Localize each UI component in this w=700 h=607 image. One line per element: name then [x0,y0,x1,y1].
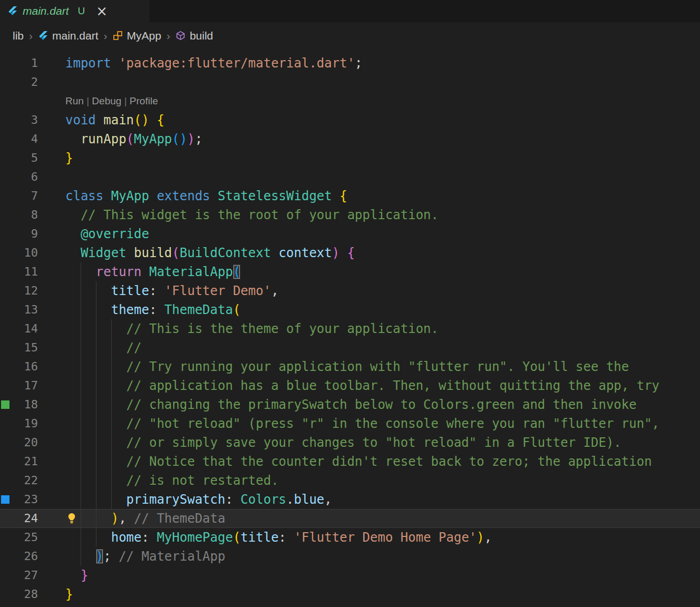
token: : [149,283,164,298]
code-line-content[interactable]: // This is the theme of your application… [38,319,700,338]
breadcrumb-separator: › [29,30,33,42]
code-line-content[interactable]: // or simply save your changes to "hot r… [38,433,700,452]
breadcrumb-item-build[interactable]: build [176,30,213,42]
code-line-content[interactable]: ); // MaterialApp [38,547,700,566]
lightbulb-icon[interactable] [66,513,77,524]
gutter [0,414,13,433]
token: ) [187,132,195,146]
code-line-content[interactable]: // Notice that the counter didn't reset … [38,452,700,471]
codelens-run[interactable]: Run [65,95,84,106]
token [149,113,157,128]
code-line-18: 18 // changing the primarySwatch below t… [0,395,700,414]
line-number: 23 [13,490,38,509]
breadcrumb: lib›main.dart›MyApp›build [0,22,700,50]
token: { [157,113,164,128]
tab-main-dart[interactable]: main.dart U × [0,0,150,22]
code-line-content[interactable]: // This widget is the root of your appli… [38,205,700,224]
code-line-content[interactable]: // application has a blue toolbar. Then,… [38,376,700,395]
code-line-content[interactable]: home: MyHomePage(title: 'Flutter Demo Ho… [38,528,700,547]
token: , [324,492,332,507]
code-line-content[interactable]: // Try running your application with "fl… [38,357,700,376]
code-line-content[interactable]: // is not restarted. [38,471,700,490]
line-number: 6 [13,168,38,187]
gutter [0,338,13,357]
gutter [0,376,13,395]
breadcrumb-item-lib[interactable]: lib [13,30,24,42]
indent-guide [81,262,81,281]
token: MyApp [134,132,172,146]
breadcrumb-item-MyApp[interactable]: MyApp [113,30,161,42]
code-line-content[interactable]: } [38,566,700,585]
breadcrumb-item-main-dart[interactable]: main.dart [38,30,99,42]
dart-icon [38,31,48,41]
code-line-content[interactable]: runApp(MyApp()); [38,130,700,149]
code-line-content[interactable]: } [38,149,700,168]
token: , [119,511,134,526]
gutter [0,300,13,319]
code-line-content[interactable]: @override [38,224,700,243]
code-line-content[interactable]: void main() { [38,111,700,130]
indent-guide [96,414,96,433]
token [65,132,81,146]
blue-color-decorator [1,495,9,504]
code-line-content[interactable] [38,73,700,92]
token: ) [111,511,119,526]
indent-guide [111,471,112,490]
gutter [0,471,13,490]
indent-guide [96,528,96,547]
breadcrumb-label: MyApp [127,30,161,42]
indent-guide [81,357,81,376]
code-line-content[interactable]: // changing the primarySwatch below to C… [38,395,700,414]
vscode-window: main.dart U × lib›main.dart›MyApp›build … [0,0,700,607]
code-line-content[interactable]: title: 'Flutter Demo', [38,281,700,300]
codelens-row: Run | Debug | Profile [0,92,700,111]
code-line-content[interactable]: } [38,585,700,604]
code-line-22: 22 // is not restarted. [0,471,700,490]
indent-guide [111,414,112,433]
token: home [111,530,142,545]
close-icon[interactable]: × [96,4,108,18]
codelens-profile[interactable]: Profile [130,95,158,106]
line-number: 11 [13,262,38,281]
indent-guide [81,395,81,414]
git-untracked-badge: U [78,5,85,17]
code-line-content[interactable]: // "hot reload" (press "r" in the consol… [38,414,700,433]
codelens-debug[interactable]: Debug [92,95,121,106]
code-line-content[interactable]: ), // ThemeData [38,509,700,528]
class-icon [113,31,123,41]
token: } [81,568,88,583]
code-line-content[interactable]: primarySwatch: Colors.blue, [38,490,700,509]
code-line-content[interactable]: import 'package:flutter/material.dart'; [38,54,700,73]
line-number: 10 [13,243,38,262]
indent-guide [81,471,81,490]
line-number: 1 [13,54,38,73]
token: Widget [81,246,127,260]
code-line-content[interactable]: Widget build(BuildContext context) { [38,243,700,262]
code-line-14: 14 // This is the theme of your applicat… [0,319,700,338]
breadcrumb-label: main.dart [52,30,99,42]
line-number: 27 [13,566,38,585]
token [103,189,111,203]
gutter [0,92,13,111]
green-color-decorator [1,400,9,409]
indent-guide [111,433,112,452]
line-number: 15 [13,338,38,357]
token: void [65,113,96,128]
code-line-8: 8 // This widget is the root of your app… [0,205,700,224]
token: : [225,492,240,507]
code-line-19: 19 // "hot reload" (press "r" in the con… [0,414,700,433]
token: extends [157,189,210,203]
token [111,549,119,564]
token: import [65,56,111,71]
code-line-content[interactable] [38,168,700,187]
line-number: 12 [13,281,38,300]
code-line-content[interactable]: class MyApp extends StatelessWidget { [38,187,700,205]
token [65,283,111,298]
code-line-content[interactable]: theme: ThemeData( [38,300,700,319]
code-line-content[interactable]: return MaterialApp( [38,262,700,281]
gutter [0,262,13,281]
token: () [134,113,149,128]
gutter [0,187,13,205]
code-line-content[interactable]: // [38,338,700,357]
token: ; [195,132,202,146]
